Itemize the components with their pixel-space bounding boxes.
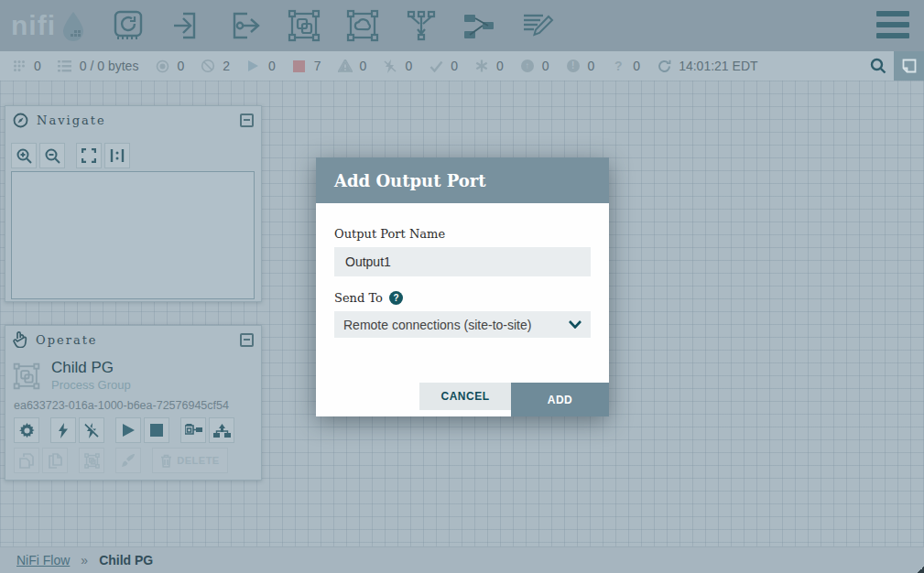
fill-color-button[interactable] <box>115 448 141 473</box>
navigate-panel-title: Navigate <box>37 114 240 127</box>
upload-template-button[interactable] <box>209 417 234 443</box>
refresh-icon[interactable] <box>656 59 672 73</box>
global-menu-icon[interactable] <box>876 11 909 38</box>
active-threads-icon <box>11 59 27 72</box>
help-icon: ? <box>389 291 403 305</box>
funnel-icon[interactable] <box>404 8 439 43</box>
not-transmitting-icon <box>200 59 216 73</box>
status-bar: 0 0 / 0 bytes 0 2 <box>0 51 924 81</box>
stat-sync-failure: ? 0 <box>610 59 640 73</box>
chevron-down-icon <box>569 320 582 329</box>
stat-disabled: 0 <box>382 59 412 73</box>
stat-value: 0 <box>496 59 504 73</box>
stop-button[interactable] <box>144 417 169 443</box>
nifi-logo: nifi <box>11 10 87 41</box>
breadcrumb-separator: » <box>81 553 88 568</box>
stat-value: 0 <box>542 59 549 73</box>
delete-button[interactable]: DELETE <box>152 448 228 473</box>
stat-transmitting: 0 <box>154 59 184 73</box>
transmitting-icon <box>154 59 170 73</box>
operate-panel-header: Operate <box>5 326 261 353</box>
zoom-fit-button[interactable] <box>76 143 102 168</box>
label-icon[interactable] <box>521 8 556 43</box>
nifi-logo-text: nifi <box>11 12 56 39</box>
navigate-panel-header: Navigate <box>5 106 261 134</box>
stale-icon: ↑ <box>519 59 536 72</box>
nifi-drop-icon <box>60 10 87 41</box>
stat-invalid: 0 <box>337 59 367 73</box>
zoom-actual-size-button[interactable] <box>104 143 130 168</box>
copy-button[interactable] <box>14 448 39 473</box>
remote-process-group-icon[interactable] <box>345 8 380 43</box>
refresh-time: 14:01:21 EDT <box>679 59 757 73</box>
stat-not-transmitting: 2 <box>200 59 230 73</box>
nifi-app: nifi <box>0 0 924 573</box>
dialog-body: Output Port Name Send To ? Remote connec… <box>316 203 609 338</box>
sync-failure-icon: ? <box>610 59 626 73</box>
stat-refresh: 14:01:21 EDT <box>656 59 757 73</box>
dialog-header: Add Output Port <box>316 157 609 203</box>
statusbar-right <box>863 51 924 81</box>
template-icon[interactable] <box>462 8 497 43</box>
process-group-icon[interactable] <box>287 8 321 43</box>
configure-button[interactable] <box>14 417 39 443</box>
stat-value: 0 / 0 bytes <box>80 59 139 73</box>
group-button[interactable] <box>79 448 104 473</box>
stat-locally-modified-and-stale: ! 0 <box>565 59 595 73</box>
input-port-icon[interactable] <box>169 8 204 43</box>
breadcrumb-root-link[interactable]: NiFi Flow <box>16 553 70 568</box>
selected-component-type: Process Group <box>51 378 131 392</box>
top-toolbar: nifi <box>0 0 924 51</box>
output-port-icon[interactable] <box>228 8 263 43</box>
stat-value: 2 <box>223 59 230 73</box>
compass-icon <box>13 113 28 128</box>
dialog-title: Add Output Port <box>334 171 486 190</box>
stat-stopped: 7 <box>291 59 321 73</box>
operate-buttons-row2: DELETE <box>14 448 261 473</box>
send-to-label: Send To <box>334 291 383 305</box>
birdseye-minimap[interactable] <box>11 171 255 299</box>
navigate-panel: Navigate <box>5 105 262 302</box>
stat-value: 0 <box>588 59 595 73</box>
hand-pointer-icon <box>13 331 27 348</box>
process-group-badge-icon <box>13 361 40 392</box>
stat-value: 0 <box>360 59 367 73</box>
cancel-button[interactable]: CANCEL <box>419 383 511 410</box>
processor-icon[interactable] <box>111 8 146 43</box>
stat-value: 0 <box>177 59 184 73</box>
add-button[interactable]: ADD <box>511 383 609 416</box>
stat-active-threads: 0 <box>11 59 41 73</box>
dialog-buttons: CANCEL ADD <box>419 383 609 416</box>
output-port-name-input[interactable] <box>334 247 591 276</box>
output-port-name-field-group: Output Port Name <box>334 227 591 276</box>
enable-button[interactable] <box>50 417 76 443</box>
locally-modified-and-stale-icon: ! <box>565 59 582 72</box>
bulletin-board-icon[interactable] <box>894 51 924 81</box>
operate-buttons-row1 <box>14 417 261 443</box>
breadcrumb-current: Child PG <box>99 553 153 568</box>
delete-button-label: DELETE <box>177 455 219 466</box>
zoom-out-button[interactable] <box>39 143 65 168</box>
stat-queued: 0 / 0 bytes <box>57 59 139 73</box>
search-icon[interactable] <box>863 51 894 81</box>
save-template-button[interactable] <box>180 417 206 443</box>
navigate-collapse-icon[interactable] <box>240 114 254 127</box>
invalid-icon <box>337 59 353 72</box>
stat-value: 0 <box>405 59 412 73</box>
start-button[interactable] <box>115 417 141 443</box>
navigate-controls <box>11 143 261 168</box>
breadcrumb: NiFi Flow » Child PG <box>0 546 924 573</box>
zoom-in-button[interactable] <box>11 143 37 168</box>
stat-up-to-date: 0 <box>428 59 458 73</box>
operate-panel-title: Operate <box>36 333 240 347</box>
stat-value: 0 <box>34 59 41 73</box>
send-to-dropdown[interactable]: Remote connections (site-to-site) <box>334 311 591 338</box>
queued-icon <box>57 60 73 72</box>
paste-button[interactable] <box>42 448 68 473</box>
stat-running: 0 <box>245 59 276 73</box>
operate-collapse-icon[interactable] <box>240 333 254 347</box>
disable-button[interactable] <box>79 417 104 443</box>
svg-text:?: ? <box>393 293 398 303</box>
stat-value: 7 <box>314 59 321 73</box>
running-icon <box>245 59 262 72</box>
